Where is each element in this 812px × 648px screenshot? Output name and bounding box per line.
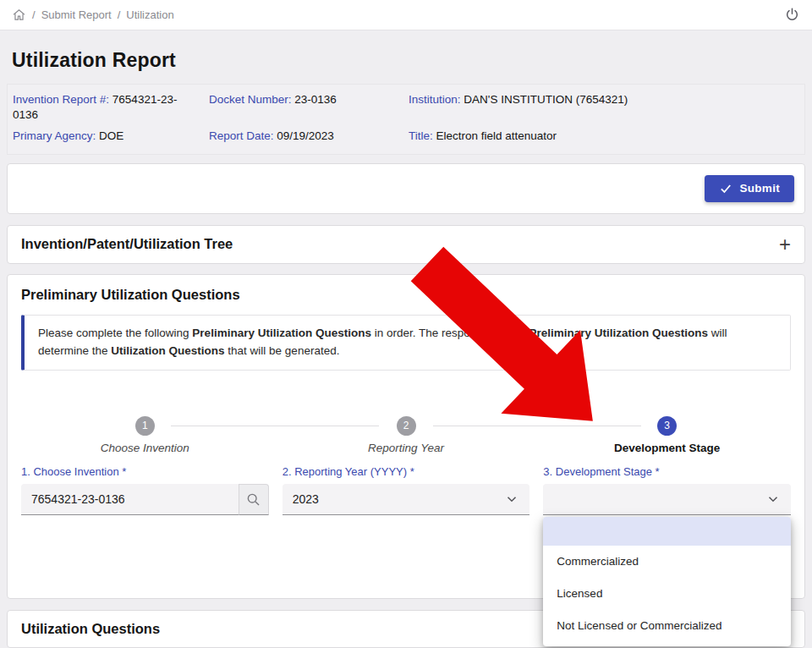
check-icon: [719, 182, 732, 195]
breadcrumb-item-utilization: Utilization: [126, 8, 173, 21]
info-invention-report-number: Invention Report #: 7654321-23-0136: [13, 92, 209, 123]
stage-option-licensed[interactable]: Licensed: [543, 578, 791, 610]
step-3-label: Development Stage: [614, 442, 720, 454]
instructions-notice: Please complete the following Preliminar…: [21, 315, 791, 371]
stage-option-not-licensed[interactable]: Not Licensed or Commercialized: [543, 610, 791, 642]
submit-button[interactable]: Submit: [705, 175, 794, 202]
step-2-label: Reporting Year: [368, 442, 444, 454]
preliminary-utilization-questions-section: Preliminary Utilization Questions Please…: [7, 274, 805, 599]
info-primary-agency: Primary Agency: DOE: [13, 129, 209, 144]
info-title: Title: Electron field attenuator: [409, 129, 799, 144]
step-1-circle: 1: [135, 416, 155, 436]
choose-invention-field-label: 1. Choose Invention *: [21, 465, 269, 478]
choose-invention-input[interactable]: [21, 484, 239, 515]
search-icon: [245, 491, 261, 508]
power-icon: [784, 7, 800, 23]
step-choose-invention: 1 Choose Invention 1. Choose Invention *: [21, 416, 269, 515]
expand-plus-icon[interactable]: +: [779, 234, 791, 255]
reporting-year-field-label: 2. Reporting Year (YYYY) *: [283, 465, 530, 478]
development-stage-field-label: 3. Development Stage *: [543, 465, 791, 478]
page-title: Utilization Report: [12, 49, 800, 72]
stepper: 1 Choose Invention 1. Choose Invention *: [21, 416, 791, 515]
utilization-report-page: / Submit Report / Utilization Utilizatio…: [0, 0, 812, 648]
main-content: Utilization Report Invention Report #: 7…: [0, 30, 812, 648]
invention-search-button[interactable]: [239, 484, 269, 515]
reporting-year-select[interactable]: 2023: [283, 484, 530, 515]
breadcrumb-separator: /: [118, 8, 121, 21]
chevron-down-icon: [765, 491, 781, 507]
step-2-circle: 2: [397, 416, 416, 436]
logout-power-button[interactable]: [784, 7, 800, 23]
development-stage-select[interactable]: [543, 484, 791, 515]
info-report-date: Report Date: 09/19/2023: [209, 129, 409, 144]
chevron-down-icon: [504, 491, 519, 507]
invention-info-bar: Invention Report #: 7654321-23-0136 Dock…: [7, 84, 805, 155]
info-institution: Institution: DAN'S INSTITUTION (7654321): [409, 92, 799, 107]
preliminary-section-title: Preliminary Utilization Questions: [21, 287, 791, 303]
submit-toolbar: Submit: [7, 163, 805, 214]
stage-option-commercialized[interactable]: Commercialized: [543, 546, 791, 578]
invention-patent-utilization-tree-section[interactable]: Invention/Patent/Utilization Tree +: [7, 225, 805, 264]
step-development-stage: 3 Development Stage 3. Development Stage…: [543, 416, 791, 515]
tree-section-title: Invention/Patent/Utilization Tree: [21, 236, 233, 252]
step-1-label: Choose Invention: [101, 442, 189, 454]
info-docket-number: Docket Number: 23-0136: [209, 92, 409, 107]
stage-option-blank[interactable]: [543, 517, 791, 546]
home-icon[interactable]: [12, 8, 26, 22]
development-stage-dropdown-menu: Commercialized Licensed Not Licensed or …: [543, 517, 791, 646]
step-reporting-year: 2 Reporting Year 2. Reporting Year (YYYY…: [283, 416, 530, 515]
utilization-section-title: Utilization Questions: [21, 621, 160, 636]
step-3-circle: 3: [657, 416, 677, 436]
breadcrumb-item-submit-report[interactable]: Submit Report: [41, 8, 112, 21]
reporting-year-value: 2023: [293, 492, 319, 506]
breadcrumb: / Submit Report / Utilization: [0, 0, 812, 30]
breadcrumb-separator: /: [32, 8, 36, 21]
